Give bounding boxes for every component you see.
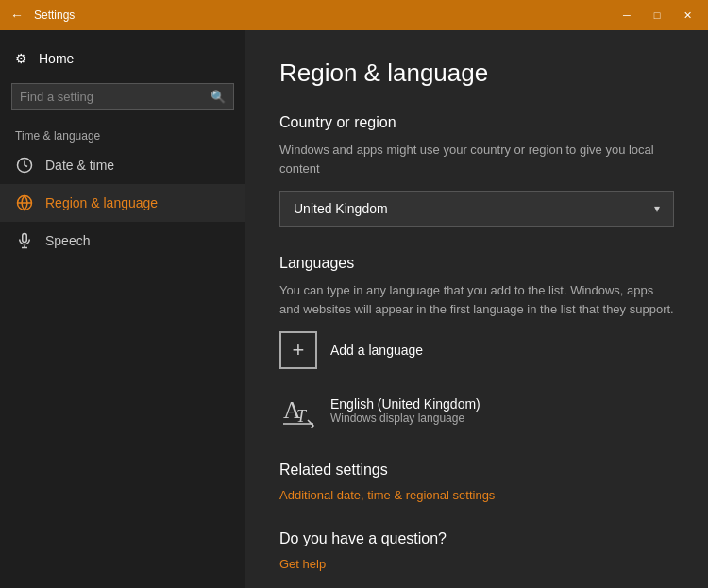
language-text: English (United Kingdom) Windows display… [330,396,480,425]
country-section-desc: Windows and apps might use your country … [279,141,674,177]
language-item-english-uk[interactable]: A T English (United Kingdom) Windows dis… [279,388,674,433]
speech-label: Speech [45,233,90,248]
country-section-title: Country or region [279,114,674,131]
languages-section: Languages You can type in any language t… [279,255,674,433]
language-name: English (United Kingdom) [330,396,480,412]
sidebar-item-region-language[interactable]: Region & language [0,184,245,222]
title-bar-left: ← Settings [8,6,75,25]
country-section: Country or region Windows and apps might… [279,114,674,227]
language-icon: A T [279,392,317,429]
languages-section-title: Languages [279,255,674,272]
title-bar: ← Settings ─ □ ✕ [0,0,708,30]
date-time-label: Date & time [45,158,114,173]
home-label: Home [39,51,74,66]
region-language-label: Region & language [45,195,158,210]
page-title: Region & language [279,59,674,88]
svg-text:T: T [296,407,308,426]
selected-country: United Kingdom [294,201,388,216]
search-box[interactable]: 🔍 [11,83,234,110]
sidebar: ⚙ Home 🔍 Time & language Date & time [0,30,245,588]
content-area: Region & language Country or region Wind… [245,30,708,588]
sidebar-section-label: Time & language [0,118,245,146]
window-controls: ─ □ ✕ [614,6,700,25]
sidebar-item-speech[interactable]: Speech [0,222,245,260]
help-section-title: Do you have a question? [279,530,674,547]
related-settings-section: Related settings Additional date, time &… [279,462,674,502]
search-input[interactable] [20,90,211,104]
sidebar-item-home[interactable]: ⚙ Home [0,42,245,76]
language-sub: Windows display language [330,412,480,425]
country-dropdown[interactable]: United Kingdom ▾ [279,191,674,227]
add-language-plus-icon: + [279,331,317,369]
region-icon [15,193,34,212]
search-icon: 🔍 [211,90,226,104]
maximize-button[interactable]: □ [644,6,670,25]
add-language-button[interactable]: + Add a language [279,331,674,369]
get-help-link[interactable]: Get help [279,557,674,571]
help-section: Do you have a question? Get help [279,530,674,571]
svg-rect-3 [23,234,27,243]
sidebar-item-date-time[interactable]: Date & time [0,146,245,184]
window-title: Settings [34,8,75,22]
main-layout: ⚙ Home 🔍 Time & language Date & time [0,30,708,588]
clock-icon [15,156,34,175]
speech-icon [15,231,34,250]
related-settings-link[interactable]: Additional date, time & regional setting… [279,488,674,502]
languages-section-desc: You can type in any language that you ad… [279,281,674,318]
add-language-label: Add a language [330,343,423,358]
back-button[interactable]: ← [8,6,26,25]
chevron-down-icon: ▾ [654,202,660,215]
close-button[interactable]: ✕ [674,6,700,25]
minimize-button[interactable]: ─ [614,6,640,25]
related-settings-title: Related settings [279,462,674,479]
home-icon: ⚙ [15,51,27,66]
